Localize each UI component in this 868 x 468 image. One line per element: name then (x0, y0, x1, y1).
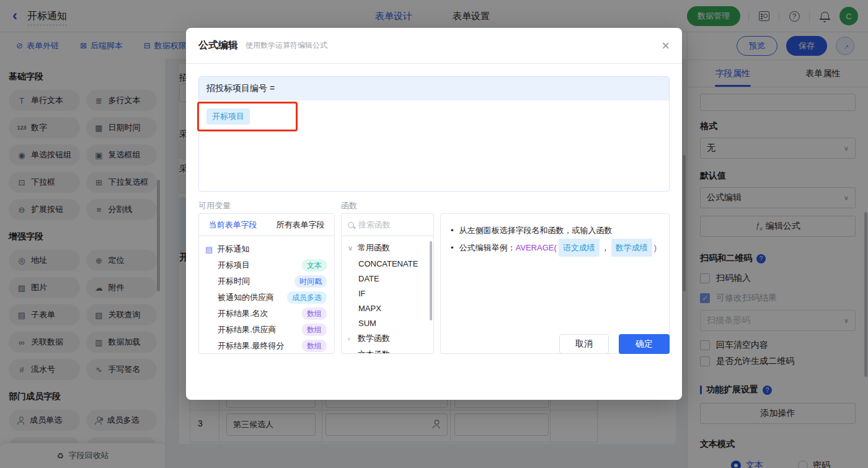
functions-panel: ∨常用函数 CONCATENATE DATE IF MAPX SUM ›数学函数… (341, 213, 434, 354)
variables-label: 可用变量 (198, 200, 335, 213)
function-item[interactable]: MAPX (342, 301, 433, 316)
type-badge: 数组 (302, 340, 327, 352)
variable-field[interactable]: 开标项目文本 (205, 257, 328, 273)
function-group-common[interactable]: ∨常用函数 (342, 240, 433, 256)
formula-edit-modal: 公式编辑 使用数学运算符编辑公式 × 招投标项目编号 = 开标项目 可用变量 当… (186, 28, 682, 400)
help-line-2: •公式编辑举例：AVERAGE(语文成绩，数学成绩) (451, 239, 659, 257)
variable-field[interactable]: 开标结果.名次数组 (205, 306, 328, 322)
type-badge: 数组 (302, 324, 327, 336)
function-name: AVERAGE( (516, 243, 557, 252)
variable-field[interactable]: 开标结果.供应商数组 (205, 322, 328, 338)
functions-scrollbar[interactable] (430, 241, 432, 320)
type-badge: 文本 (302, 259, 327, 272)
function-group-text[interactable]: ›文本函数 (342, 347, 433, 354)
close-icon[interactable]: × (662, 40, 670, 52)
caret-right-icon: › (348, 351, 354, 354)
example-field-chip: 数学成绩 (611, 239, 652, 257)
function-search-input[interactable] (358, 220, 420, 229)
formula-token[interactable]: 开标项目 (206, 108, 250, 125)
variable-field[interactable]: 开标结果.最终得分数组 (205, 338, 328, 354)
search-icon (348, 222, 354, 228)
function-group-math[interactable]: ›数学函数 (342, 330, 433, 347)
tab-all-form-fields[interactable]: 所有表单字段 (267, 214, 334, 236)
caret-right-icon: › (348, 335, 354, 342)
document-icon: ▤ (205, 245, 213, 254)
app: ‹ 开标通知 表单设计 表单设置 数据管理 ? C ⊘表单外链 ⊠后端脚本 ⊟数… (0, 0, 868, 468)
modal-footer: 取消 确定 (559, 334, 670, 354)
formula-target: 招投标项目编号 = (199, 77, 669, 100)
cancel-button[interactable]: 取消 (559, 334, 609, 354)
modal-columns: 可用变量 当前表单字段 所有表单字段 ▤ 开标通知 开标项目文本 (198, 200, 670, 354)
modal-body: 招投标项目编号 = 开标项目 可用变量 当前表单字段 所有表单字段 (186, 64, 682, 366)
variable-field[interactable]: 开标时间时间戳 (205, 273, 328, 289)
type-badge: 成员多选 (287, 291, 327, 304)
type-badge: 时间戳 (294, 275, 327, 288)
help-line-1: •从左侧面板选择字段名和函数，或输入函数 (451, 222, 659, 239)
formula-help-panel: •从左侧面板选择字段名和函数，或输入函数 •公式编辑举例：AVERAGE(语文成… (440, 213, 670, 354)
function-item[interactable]: IF (342, 286, 433, 301)
function-item[interactable]: CONCATENATE (342, 256, 433, 271)
function-item[interactable]: DATE (342, 271, 433, 286)
modal-subtitle: 使用数学运算符编辑公式 (246, 40, 327, 51)
functions-label: 函数 (341, 200, 434, 213)
variable-field[interactable]: 被通知的供应商成员多选 (205, 289, 328, 306)
modal-title: 公式编辑 (198, 39, 238, 52)
example-field-chip: 语文成绩 (559, 239, 600, 257)
tree-root-form[interactable]: ▤ 开标通知 (205, 241, 328, 257)
modal-header: 公式编辑 使用数学运算符编辑公式 × (186, 28, 682, 64)
tab-current-form-fields[interactable]: 当前表单字段 (199, 214, 267, 236)
confirm-button[interactable]: 确定 (619, 334, 670, 354)
function-search[interactable] (342, 214, 433, 236)
variables-panel: 当前表单字段 所有表单字段 ▤ 开标通知 开标项目文本 开标时间时间戳 被通知的… (198, 213, 335, 354)
function-paren: ) (654, 243, 657, 252)
formula-editor: 招投标项目编号 = 开标项目 (198, 76, 670, 192)
formula-input-area[interactable]: 开标项目 (199, 100, 669, 133)
function-item[interactable]: SUM (342, 316, 433, 330)
type-badge: 数组 (302, 307, 327, 320)
caret-down-icon: ∨ (348, 244, 354, 252)
